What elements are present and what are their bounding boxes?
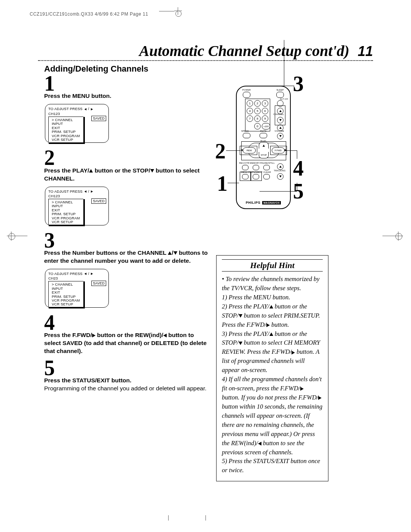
memory-button[interactable] xyxy=(253,165,259,170)
osd-screen-2: TO ADJUST PRESS / CH123 SAVED > CHANNEL … xyxy=(45,187,109,225)
registration-mark-icon xyxy=(7,232,16,241)
mute-button[interactable] xyxy=(260,133,267,138)
osd-header: TO ADJUST PRESS / xyxy=(48,189,106,193)
tracking-up-button[interactable] xyxy=(277,163,284,170)
tracking-down-button[interactable] xyxy=(277,173,284,180)
t: 5) Press the STATUS/EXIT button once or … xyxy=(222,457,320,474)
triangle-right-icon xyxy=(92,334,96,337)
t: button. xyxy=(270,321,289,328)
triangle-down-icon xyxy=(239,342,242,345)
osd-header-text: TO ADJUST PRESS xyxy=(48,189,83,193)
step-text: Press the STATUS/EXIT button. xyxy=(44,377,212,385)
callout-line xyxy=(285,150,297,151)
osd-saved-badge: SAVED xyxy=(91,198,106,204)
brand-magnavox: MAGNAVOX xyxy=(262,201,281,204)
callout-line xyxy=(297,183,297,191)
osd-channel-indicator: CH123 xyxy=(48,112,106,116)
triangle-down-icon xyxy=(150,169,154,173)
crop-tick-icon xyxy=(168,515,169,521)
osd-row: PRIM. SETUP xyxy=(52,130,82,134)
callout-line xyxy=(297,150,297,159)
t: 3) Press the PLAY/ xyxy=(222,330,269,337)
label-volume: VOLUME xyxy=(274,130,285,132)
callout-line xyxy=(260,191,297,192)
osd-screen-3: TO ADJUST PRESS / CH23 SAVED > CHANNEL I… xyxy=(45,269,109,308)
osd-header: TO ADJUST PRESS / xyxy=(48,272,106,276)
triangle-up-icon xyxy=(279,127,282,129)
triangle-left-icon xyxy=(84,108,86,110)
t: button. If you do not press the F.FWD/ xyxy=(222,394,318,401)
power-button[interactable] xyxy=(243,92,250,98)
registration-mark-icon xyxy=(394,232,403,241)
print-slug: CCZ191/CCZ191comb.QX33 4/6/99 6:42 PM Pa… xyxy=(30,11,148,17)
step-3: 3 Press the Number buttons or the CHANNE… xyxy=(44,231,212,265)
sleep-button[interactable] xyxy=(276,92,284,98)
osd-row: EXIT xyxy=(52,291,82,294)
label-recotr: REC/OTR xyxy=(239,162,250,164)
step-number: 5 xyxy=(44,358,212,377)
callout-box-3b xyxy=(275,105,285,125)
remote-outline: POWER SLEEP ALT CH 1 2 3 4 5 6 CHANNEL 7… xyxy=(236,86,291,209)
triangle-right-icon xyxy=(91,273,93,275)
label-sleep: SLEEP xyxy=(275,89,285,91)
osd-saved-badge: SAVED xyxy=(91,116,106,121)
t: To review the channels memorized by the … xyxy=(222,275,320,292)
step-text: Press the Number buttons or the CHANNEL … xyxy=(44,249,212,265)
triangle-up-icon xyxy=(89,169,93,173)
triangle-right-icon xyxy=(300,387,304,391)
label-memory: MEMORY xyxy=(250,162,260,164)
t: 4) If all the programmed channels don't … xyxy=(222,375,322,392)
callout-box-3 xyxy=(245,99,270,131)
osd-channel-indicator: CH123 xyxy=(48,194,106,198)
triangle-right-icon xyxy=(318,396,322,400)
step-2: 2 Press the PLAY/ button or the STOP/ bu… xyxy=(44,148,212,182)
helpful-hint-box: Helpful Hint To review the channels memo… xyxy=(216,255,328,481)
hint-title-rule: Helpful Hint xyxy=(222,259,323,272)
triangle-left-icon xyxy=(258,442,261,446)
triangle-left-icon xyxy=(84,190,86,193)
step-4: 4 Press the F.FWD/ button or the REW(ind… xyxy=(44,313,212,355)
triangle-down-icon xyxy=(279,176,282,177)
t: 2) Press the PLAY/ xyxy=(222,303,269,310)
callout-box-4 xyxy=(270,146,287,155)
step-5: 5 Press the STATUS/EXIT button. Programm… xyxy=(44,358,212,393)
recotr-button[interactable] xyxy=(242,165,249,170)
callout-line xyxy=(226,150,241,151)
title-rule xyxy=(38,60,373,61)
remote-diagram: POWER SLEEP ALT CH 1 2 3 4 5 6 CHANNEL 7… xyxy=(236,72,301,213)
osd-row: VCR SETUP xyxy=(52,138,82,142)
t: Press the F.FWD/ xyxy=(44,332,92,338)
callout-box-1 xyxy=(240,172,251,181)
callout-number-1: 1 xyxy=(217,171,228,196)
step-body: Programming of the channel you added or … xyxy=(44,385,212,393)
step-number: 2 xyxy=(44,148,212,167)
osd-header-text: TO ADJUST PRESS xyxy=(48,272,83,276)
callout-number-4: 4 xyxy=(293,156,304,181)
remote-brand: PHILIPS MAGNAVOX xyxy=(237,201,290,204)
triangle-up-icon xyxy=(168,251,172,255)
clear-button[interactable] xyxy=(263,174,270,179)
t: 1) Press the MENU button. xyxy=(222,294,290,301)
osd-header-text: TO ADJUST PRESS xyxy=(48,107,83,111)
t: button or the REW(ind)/ xyxy=(96,332,163,338)
triangle-right-icon xyxy=(292,351,295,355)
osd-menu: > CHANNEL INPUT EXIT PRIM. SETUP VCR PRO… xyxy=(48,199,83,225)
callout-number-3: 3 xyxy=(293,72,304,96)
t: Press the Number buttons or the CHANNEL xyxy=(44,249,168,256)
pausestill-button[interactable] xyxy=(263,165,270,170)
label-tracking: TRACKING xyxy=(273,169,286,172)
triangle-up-icon xyxy=(279,166,282,168)
triangle-down-icon xyxy=(279,135,282,137)
callout-line xyxy=(269,86,294,86)
label-clear: CLEAR xyxy=(262,171,272,173)
osd-menu: > CHANNEL INPUT EXIT PRIM. SETUP VCR PRO… xyxy=(48,281,83,307)
hint-title: Helpful Hint xyxy=(222,260,323,270)
callout-box-5 xyxy=(250,172,262,181)
step-number: 4 xyxy=(44,313,212,332)
volume-down-button[interactable] xyxy=(277,133,284,139)
triangle-up-icon xyxy=(269,305,273,308)
triangle-left-icon xyxy=(84,273,86,275)
page-title: Automatic Channel Setup cont'd) 11 xyxy=(38,42,373,60)
crop-tick-icon xyxy=(206,515,206,521)
speed-button[interactable] xyxy=(243,133,250,138)
